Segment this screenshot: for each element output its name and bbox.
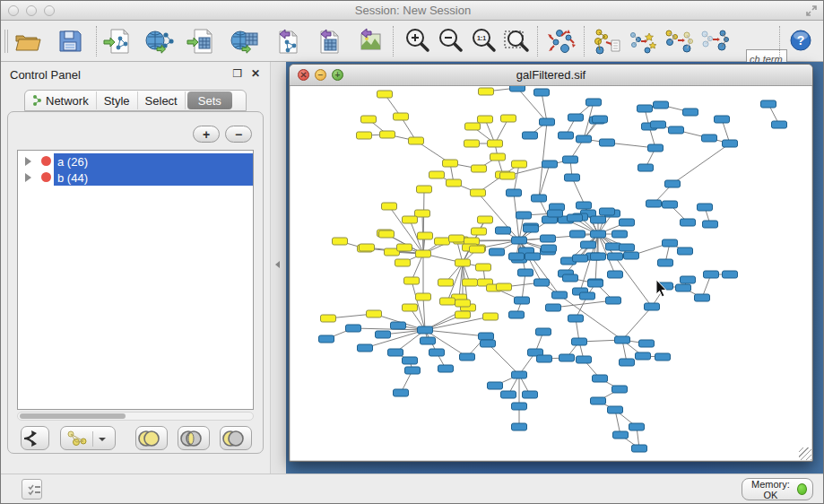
graph-node bbox=[403, 357, 418, 364]
import-table-db-button[interactable] bbox=[229, 25, 261, 57]
graph-node bbox=[523, 391, 538, 398]
zoom-actual-size-button[interactable]: 1:1 bbox=[468, 25, 500, 57]
sets-panel: + − a (26) b (44) bbox=[7, 111, 264, 454]
show-all-button[interactable] bbox=[698, 25, 731, 57]
frame-titlebar[interactable]: ✕ − + galFiltered.sif bbox=[290, 65, 812, 86]
float-panel-button[interactable]: ❒ bbox=[232, 69, 243, 80]
graph-node bbox=[591, 230, 606, 238]
import-network-db-button[interactable] bbox=[143, 25, 176, 57]
graph-node bbox=[443, 160, 458, 167]
graph-node bbox=[429, 349, 445, 356]
tab-style[interactable]: Style bbox=[97, 91, 138, 109]
graph-node bbox=[570, 230, 585, 238]
graph-node bbox=[438, 365, 454, 372]
graph-node bbox=[536, 328, 551, 335]
tab-network[interactable]: Network bbox=[25, 91, 97, 109]
create-set-button[interactable] bbox=[60, 426, 116, 450]
remove-set-button[interactable]: − bbox=[225, 126, 252, 143]
graph-node bbox=[588, 280, 603, 287]
graph-node bbox=[479, 88, 494, 95]
graph-node bbox=[532, 195, 547, 202]
export-network-button[interactable] bbox=[270, 25, 302, 57]
zoom-out-button[interactable] bbox=[435, 25, 467, 57]
close-panel-button[interactable]: ✕ bbox=[250, 69, 261, 80]
graph-node bbox=[638, 105, 653, 112]
control-panel-header: Control Panel ❒ ✕ bbox=[1, 62, 270, 87]
graph-node bbox=[612, 230, 628, 238]
tab-sets[interactable]: Sets bbox=[187, 91, 232, 109]
graph-node bbox=[464, 140, 480, 147]
graph-node bbox=[563, 274, 578, 282]
graph-node bbox=[580, 292, 595, 300]
import-network-file-icon bbox=[102, 26, 133, 56]
graph-node bbox=[418, 232, 433, 239]
zoom-actual-size-icon: 1:1 bbox=[469, 26, 499, 56]
graph-node bbox=[636, 352, 651, 360]
export-image-button[interactable] bbox=[351, 25, 384, 57]
graph-node bbox=[476, 264, 491, 271]
split-set-button[interactable] bbox=[21, 426, 49, 450]
import-table-file-button[interactable] bbox=[185, 25, 217, 57]
graph-node bbox=[559, 132, 574, 139]
collapse-arrow-icon[interactable] bbox=[275, 261, 280, 268]
window-titlebar: Session: New Session bbox=[1, 1, 824, 21]
network-view-frame[interactable]: ✕ − + galFiltered.sif bbox=[289, 64, 813, 462]
export-network-icon bbox=[271, 26, 301, 56]
split-arrows-icon bbox=[22, 430, 41, 448]
resize-grip-icon[interactable] bbox=[799, 448, 811, 460]
graph-node bbox=[681, 276, 696, 283]
graph-node bbox=[510, 86, 525, 91]
fullscreen-icon[interactable] bbox=[805, 4, 818, 17]
graph-node bbox=[669, 126, 684, 134]
difference-venn-icon bbox=[221, 430, 246, 448]
graph-node bbox=[586, 99, 602, 106]
graph-node bbox=[620, 244, 635, 251]
tab-select[interactable]: Select bbox=[138, 91, 186, 109]
svg-text:?: ? bbox=[797, 33, 805, 48]
graph-node bbox=[568, 214, 583, 222]
export-table-button[interactable] bbox=[311, 25, 343, 57]
horizontal-scrollbar[interactable] bbox=[17, 412, 254, 421]
graph-node bbox=[500, 172, 516, 179]
layout-icon bbox=[547, 26, 577, 56]
graph-node bbox=[702, 135, 717, 142]
task-history-button[interactable] bbox=[22, 479, 42, 500]
open-button[interactable] bbox=[12, 25, 44, 57]
add-set-button[interactable]: + bbox=[193, 126, 220, 143]
select-from-file-button[interactable] bbox=[591, 25, 623, 57]
panel-divider[interactable] bbox=[270, 62, 286, 474]
graph-node bbox=[465, 123, 481, 130]
graph-node bbox=[523, 132, 538, 139]
list-item[interactable]: a (26) bbox=[18, 153, 253, 169]
help-button[interactable]: ? bbox=[788, 28, 813, 53]
layout-button[interactable] bbox=[546, 25, 578, 57]
graph-node bbox=[663, 201, 678, 208]
memory-status-button[interactable]: Memory: OK bbox=[742, 478, 813, 500]
union-button[interactable] bbox=[135, 426, 168, 450]
set-icon bbox=[41, 156, 51, 166]
scrollbar-thumb[interactable] bbox=[20, 413, 126, 419]
import-network-file-button[interactable] bbox=[101, 25, 134, 57]
show-selected-button[interactable] bbox=[663, 25, 695, 57]
first-neighbors-button[interactable] bbox=[627, 25, 659, 57]
graph-node bbox=[447, 179, 462, 187]
graph-node bbox=[515, 297, 530, 304]
difference-button[interactable] bbox=[220, 426, 252, 450]
show-all-icon bbox=[699, 26, 730, 56]
expander-icon[interactable] bbox=[25, 157, 31, 166]
save-button[interactable] bbox=[55, 25, 87, 57]
graph-node bbox=[678, 248, 693, 255]
graph-node bbox=[394, 113, 409, 120]
list-item[interactable]: b (44) bbox=[18, 169, 253, 186]
graph-node bbox=[591, 216, 606, 223]
zoom-selected-button[interactable] bbox=[500, 25, 533, 57]
network-canvas[interactable] bbox=[291, 86, 811, 460]
expander-icon[interactable] bbox=[25, 173, 31, 182]
export-image-icon bbox=[352, 26, 383, 56]
zoom-in-button[interactable] bbox=[402, 25, 434, 57]
graph-node bbox=[534, 279, 550, 286]
graph-node bbox=[377, 91, 393, 98]
intersection-button[interactable] bbox=[178, 426, 210, 450]
toolbar-drag-handle[interactable] bbox=[4, 30, 8, 53]
zoom-out-icon bbox=[436, 26, 466, 56]
